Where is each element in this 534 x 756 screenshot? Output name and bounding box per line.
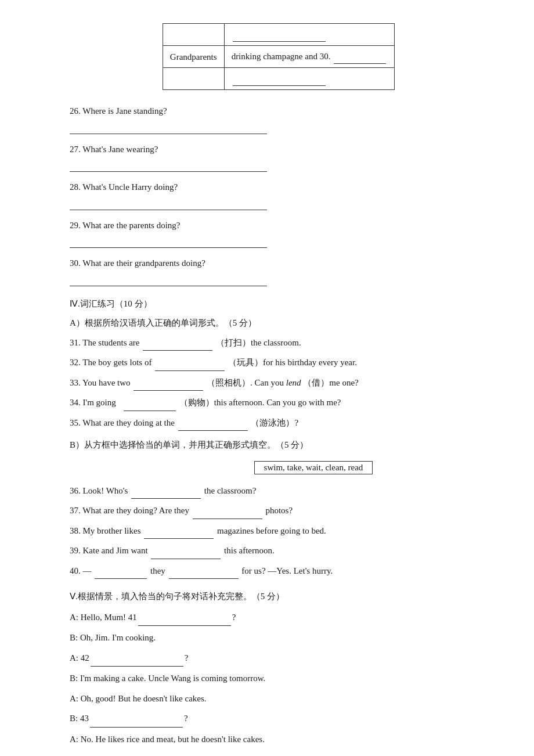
section4-subtitleA: A）根据所给汉语填入正确的单词形式。（5 分） bbox=[70, 316, 488, 331]
question-31: 31. The students are （打扫）the classroom. bbox=[70, 336, 488, 351]
table-cell-line1 bbox=[224, 24, 395, 46]
question-35: 35. What are they doing at the （游泳池）? bbox=[70, 416, 488, 431]
table-cell-drinking: drinking champagne and 30. bbox=[224, 46, 395, 68]
section-4: Ⅳ.词汇练习（10 分） A）根据所给汉语填入正确的单词形式。（5 分） 31.… bbox=[70, 297, 488, 579]
section4-subtitleB: B）从方框中选择恰当的单词，并用其正确形式填空。（5 分） bbox=[70, 438, 488, 453]
answer-line-28 bbox=[70, 200, 267, 210]
section4-subtitleB-container: B）从方框中选择恰当的单词，并用其正确形式填空。（5 分） swim, take… bbox=[70, 438, 488, 479]
dialogue-a41: A: Hello, Mum! 41 ? bbox=[70, 609, 488, 627]
table-row-1 bbox=[163, 24, 394, 46]
answer-line-29 bbox=[70, 237, 267, 248]
question-37: 37. What are they doing? Are they photos… bbox=[70, 503, 488, 519]
word-box: swim, take, wait, clean, read bbox=[254, 461, 373, 474]
table-cell-line3 bbox=[224, 68, 395, 90]
questions-section: 26. Where is Jane standing? 27. What's J… bbox=[70, 104, 488, 286]
question-26: 26. Where is Jane standing? bbox=[70, 104, 488, 119]
question-36: 36. Look! Who's the classroom? bbox=[70, 484, 488, 499]
dialogue-b43b: B: Oh! So what can I do with this cake? bbox=[70, 751, 488, 756]
question-39: 39. Kate and Jim want this afternoon. bbox=[70, 543, 488, 559]
table-row-3 bbox=[163, 68, 394, 90]
dialogue-b41: B: Oh, Jim. I'm cooking. bbox=[70, 629, 488, 646]
dialogue-b42: B: I'm making a cake. Uncle Wang is comi… bbox=[70, 670, 488, 687]
dialogue-a43b: A: No. He likes rice and meat, but he do… bbox=[70, 731, 488, 748]
question-33: 33. You have two （照相机）. Can you lend （借）… bbox=[70, 376, 488, 391]
section-5: Ⅴ.根据情景，填入恰当的句子将对话补充完整。（5 分） A: Hello, Mu… bbox=[70, 589, 488, 756]
table-row-2: Grandparents drinking champagne and 30. bbox=[163, 46, 394, 68]
dialogue-a42: A: 42 ? bbox=[70, 650, 488, 667]
grandparents-table: Grandparents drinking champagne and 30. bbox=[70, 23, 488, 90]
question-28: 28. What's Uncle Harry doing? bbox=[70, 180, 488, 195]
word-box-container: swim, take, wait, clean, read bbox=[70, 458, 488, 479]
question-27: 27. What's Jane wearing? bbox=[70, 142, 488, 157]
dialogue-b43: B: 43 ? bbox=[70, 710, 488, 728]
table-cell-empty bbox=[163, 24, 224, 46]
answer-line-30 bbox=[70, 276, 267, 286]
question-34: 34. I'm going （购物）this afternoon. Can yo… bbox=[70, 395, 488, 411]
dialogue-a43: A: Oh, good! But he doesn't like cakes. bbox=[70, 690, 488, 707]
answer-line-26 bbox=[70, 124, 267, 134]
section4-title: Ⅳ.词汇练习（10 分） bbox=[70, 297, 488, 312]
answer-table: Grandparents drinking champagne and 30. bbox=[163, 23, 395, 90]
table-cell-empty2 bbox=[163, 68, 224, 90]
question-40: 40. — they for us? —Yes. Let's hurry. bbox=[70, 564, 488, 579]
question-32: 32. The boy gets lots of （玩具）for his bir… bbox=[70, 355, 488, 371]
question-30: 30. What are their grandparents doing? bbox=[70, 256, 488, 271]
table-cell-grandparents: Grandparents bbox=[163, 46, 224, 68]
answer-line-27 bbox=[70, 161, 267, 172]
question-38: 38. My brother likes magazines before go… bbox=[70, 524, 488, 539]
section5-title: Ⅴ.根据情景，填入恰当的句子将对话补充完整。（5 分） bbox=[70, 589, 488, 604]
question-29: 29. What are the parents doing? bbox=[70, 218, 488, 233]
